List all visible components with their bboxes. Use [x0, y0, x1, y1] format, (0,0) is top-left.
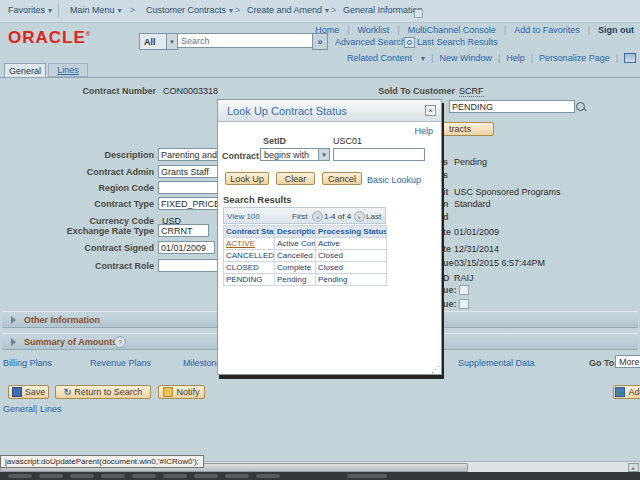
basic-lookup-link[interactable]: Basic Lookup — [367, 175, 421, 185]
add-button[interactable]: Add — [613, 385, 640, 399]
row-range: 1-4 of 4 — [324, 212, 351, 221]
breadcrumb-separator-icon: > — [235, 5, 240, 15]
save-button[interactable]: Save — [8, 385, 49, 399]
tab-general[interactable]: General — [4, 63, 46, 78]
dialog-help-link[interactable]: Help — [414, 126, 433, 136]
supplemental-data-link[interactable]: Supplemental Data — [458, 358, 535, 368]
result-cell[interactable]: Active Contract — [275, 238, 316, 250]
search-input[interactable] — [177, 33, 315, 48]
sold-to-customer-value[interactable]: SCRF — [459, 86, 484, 97]
chevron-down-icon[interactable]: ▾ — [166, 34, 177, 49]
new-window-link[interactable]: New Window — [439, 53, 492, 63]
search-scope-select[interactable]: All ▾ — [139, 33, 178, 50]
region-code-input[interactable] — [158, 181, 223, 194]
flag-checkbox[interactable] — [459, 285, 469, 295]
result-cell[interactable]: Active — [316, 238, 387, 250]
menu-main-menu[interactable]: Main Menu▾ — [70, 5, 122, 15]
contracts-button-fragment[interactable]: tracts — [441, 122, 494, 136]
tab-lines-label: Lines — [57, 65, 79, 75]
lookup-button-label: Look Up — [230, 174, 264, 184]
contract-status-input[interactable] — [449, 100, 575, 113]
related-content-link[interactable]: Related Content — [347, 53, 412, 63]
contract-status-search-input[interactable] — [333, 148, 425, 161]
return-to-search-button[interactable]: ↻ Return to Search — [55, 385, 151, 399]
result-cell[interactable]: Closed — [316, 250, 387, 262]
divider: | — [431, 53, 433, 63]
label-fragment: d — [443, 212, 449, 222]
contract-signed-input[interactable] — [158, 241, 215, 254]
billing-plans-link[interactable]: Billing Plans — [3, 358, 52, 368]
result-cell[interactable]: Closed — [316, 262, 387, 274]
setid-label: SetID — [263, 136, 286, 146]
operator-select[interactable]: begins with ▾ — [260, 148, 330, 161]
advanced-search-link[interactable]: Advanced Search — [335, 37, 406, 47]
taskbar-item — [39, 474, 63, 478]
result-closed-link[interactable]: CLOSED — [224, 262, 275, 274]
view-100-link[interactable]: View 100 — [227, 212, 260, 221]
worklist-link[interactable]: Worklist — [358, 25, 390, 35]
column-description[interactable]: Description — [275, 226, 316, 238]
footer-general-link[interactable]: General — [3, 404, 35, 414]
result-active[interactable]: ACTIVE — [224, 238, 275, 250]
scroll-right-icon[interactable]: ▸ — [628, 463, 639, 472]
sign-out-link[interactable]: Sign out — [598, 25, 634, 35]
search-scope-value: All — [140, 37, 156, 47]
result-active-link[interactable]: ACTIVE — [226, 239, 255, 248]
result-cell[interactable]: Pending — [316, 274, 387, 286]
expand-arrow-icon — [11, 338, 16, 346]
return-arrow-icon: ↻ — [64, 387, 72, 397]
end-date-value: 12/31/2014 — [454, 244, 499, 254]
goto-select[interactable]: More — [615, 355, 640, 368]
result-cancelled-link[interactable]: CANCELLED — [224, 250, 275, 262]
contract-number-value: CON0003318 — [163, 86, 218, 96]
search-go-button[interactable]: » — [312, 33, 328, 50]
dialog-titlebar[interactable]: Look Up Contract Status × — [218, 100, 441, 122]
taskbar-edge — [0, 472, 640, 480]
footer-lines-link[interactable]: Lines — [40, 404, 62, 414]
exchange-rate-type-input[interactable] — [158, 224, 209, 237]
last-search-results-link[interactable]: Last Search Results — [417, 37, 498, 47]
breadcrumb-customer-contracts[interactable]: Customer Contracts▾ — [146, 5, 233, 15]
menu-favorites[interactable]: Favorites▾ — [8, 5, 52, 15]
notify-button[interactable]: Notify — [158, 385, 205, 399]
result-cell[interactable]: Cancelled — [275, 250, 316, 262]
column-contract-status[interactable]: Contract Status — [224, 226, 275, 238]
clear-button[interactable]: Clear — [276, 172, 315, 185]
divider: | — [35, 404, 37, 414]
results-table: Contract Status Description Processing S… — [223, 225, 387, 286]
result-pending-link[interactable]: PENDING — [224, 274, 275, 286]
last-link[interactable]: Last — [366, 212, 381, 221]
save-button-label: Save — [25, 387, 46, 397]
chevron-down-icon: ▾ — [325, 6, 329, 15]
next-page-icon[interactable]: ▸ — [354, 211, 365, 222]
resize-handle-icon[interactable]: ⋰ — [431, 365, 439, 374]
cancel-button[interactable]: Cancel — [322, 172, 362, 185]
previous-page-icon[interactable]: ◂ — [312, 211, 323, 222]
setid-value: USC01 — [333, 136, 362, 146]
oracle-logo-text: ORACLE — [8, 28, 86, 47]
end-date-label-fragment: te — [443, 244, 451, 254]
add-to-favorites-link[interactable]: Add to Favorites — [514, 25, 580, 35]
lookup-magnifier-icon[interactable] — [576, 102, 585, 111]
breadcrumb-create-and-amend[interactable]: Create and Amend▾ — [247, 5, 329, 15]
divider — [58, 4, 59, 17]
help-link[interactable]: Help — [506, 53, 525, 63]
tab-lines[interactable]: Lines — [48, 63, 88, 77]
personalize-grid-icon[interactable] — [624, 53, 636, 63]
chevron-down-icon[interactable]: ▾ — [318, 149, 329, 160]
help-icon[interactable]: ? — [114, 336, 126, 348]
result-cell[interactable]: Complete — [275, 262, 316, 274]
personalize-page-link[interactable]: Personalize Page — [539, 53, 610, 63]
flag-checkbox[interactable] — [459, 299, 469, 309]
column-processing-status[interactable]: Processing Status — [316, 226, 387, 238]
close-icon[interactable]: × — [425, 105, 436, 116]
menu-favorites-label: Favorites — [8, 5, 45, 15]
result-cell[interactable]: Pending — [275, 274, 316, 286]
revenue-plans-link[interactable]: Revenue Plans — [90, 358, 151, 368]
lookup-button[interactable]: Look Up — [225, 172, 269, 185]
multichannel-console-link[interactable]: MultiChannel Console — [408, 25, 496, 35]
breadcrumb-general-information-label: General Information — [343, 5, 423, 15]
first-link[interactable]: First — [292, 212, 308, 221]
chevron-down-icon: ▾ — [229, 6, 233, 15]
classification-label-fragment: n — [443, 199, 449, 209]
